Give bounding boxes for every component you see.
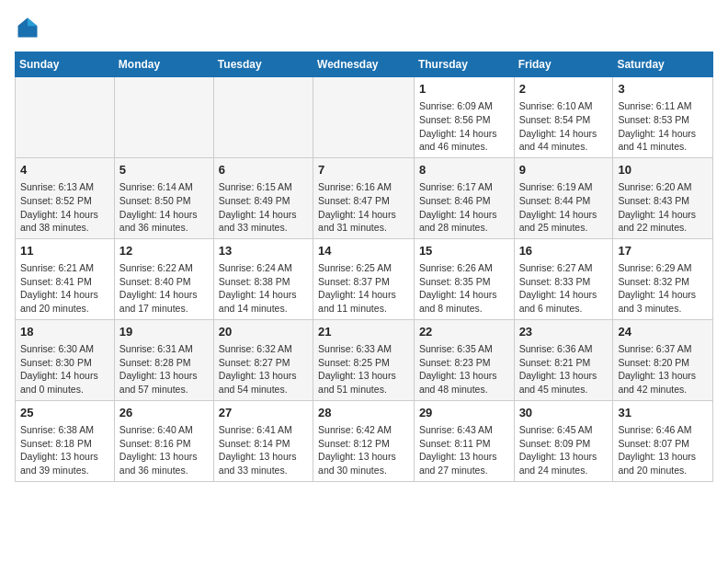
day-cell: 24Sunrise: 6:37 AM Sunset: 8:20 PM Dayli… <box>613 319 713 400</box>
day-cell: 29Sunrise: 6:43 AM Sunset: 8:11 PM Dayli… <box>414 400 514 481</box>
day-info: Sunrise: 6:25 AM Sunset: 8:37 PM Dayligh… <box>318 261 409 316</box>
day-info: Sunrise: 6:30 AM Sunset: 8:30 PM Dayligh… <box>20 342 109 396</box>
day-number: 1 <box>419 81 509 98</box>
header-thursday: Thursday <box>414 52 514 77</box>
day-cell: 12Sunrise: 6:22 AM Sunset: 8:40 PM Dayli… <box>114 238 213 319</box>
day-cell: 9Sunrise: 6:19 AM Sunset: 8:44 PM Daylig… <box>514 157 613 238</box>
day-cell: 5Sunrise: 6:14 AM Sunset: 8:50 PM Daylig… <box>114 157 213 238</box>
day-cell: 17Sunrise: 6:29 AM Sunset: 8:32 PM Dayli… <box>613 238 713 319</box>
day-info: Sunrise: 6:15 AM Sunset: 8:49 PM Dayligh… <box>219 180 308 235</box>
svg-marker-1 <box>28 18 38 27</box>
day-cell: 28Sunrise: 6:42 AM Sunset: 8:12 PM Dayli… <box>313 400 415 481</box>
day-number: 28 <box>318 405 409 421</box>
day-info: Sunrise: 6:09 AM Sunset: 8:56 PM Dayligh… <box>419 99 509 154</box>
day-number: 8 <box>419 162 509 178</box>
day-number: 17 <box>618 243 708 259</box>
week-row-2: 4Sunrise: 6:13 AM Sunset: 8:52 PM Daylig… <box>16 157 713 238</box>
day-number: 5 <box>119 162 209 178</box>
day-number: 29 <box>419 405 509 421</box>
day-number: 15 <box>419 243 509 259</box>
day-info: Sunrise: 6:38 AM Sunset: 8:18 PM Dayligh… <box>20 423 109 477</box>
day-cell: 2Sunrise: 6:10 AM Sunset: 8:54 PM Daylig… <box>514 77 613 158</box>
header-sunday: Sunday <box>16 52 115 77</box>
day-info: Sunrise: 6:29 AM Sunset: 8:32 PM Dayligh… <box>618 261 708 316</box>
day-info: Sunrise: 6:17 AM Sunset: 8:46 PM Dayligh… <box>419 180 509 235</box>
day-info: Sunrise: 6:22 AM Sunset: 8:40 PM Dayligh… <box>119 261 209 316</box>
header-friday: Friday <box>514 52 613 77</box>
day-info: Sunrise: 6:45 AM Sunset: 8:09 PM Dayligh… <box>519 423 609 477</box>
day-cell: 21Sunrise: 6:33 AM Sunset: 8:25 PM Dayli… <box>313 319 415 400</box>
day-number: 9 <box>519 162 609 178</box>
day-cell <box>313 77 415 158</box>
day-cell: 16Sunrise: 6:27 AM Sunset: 8:33 PM Dayli… <box>514 238 613 319</box>
day-cell: 18Sunrise: 6:30 AM Sunset: 8:30 PM Dayli… <box>16 319 115 400</box>
day-cell: 1Sunrise: 6:09 AM Sunset: 8:56 PM Daylig… <box>414 77 514 158</box>
day-number: 2 <box>519 81 609 98</box>
day-info: Sunrise: 6:10 AM Sunset: 8:54 PM Dayligh… <box>519 99 609 154</box>
day-info: Sunrise: 6:43 AM Sunset: 8:11 PM Dayligh… <box>419 423 509 477</box>
week-row-1: 1Sunrise: 6:09 AM Sunset: 8:56 PM Daylig… <box>16 77 713 158</box>
day-number: 3 <box>618 81 708 98</box>
day-cell: 22Sunrise: 6:35 AM Sunset: 8:23 PM Dayli… <box>414 319 514 400</box>
day-number: 30 <box>519 405 609 421</box>
day-info: Sunrise: 6:20 AM Sunset: 8:43 PM Dayligh… <box>618 180 708 235</box>
day-info: Sunrise: 6:19 AM Sunset: 8:44 PM Dayligh… <box>519 180 609 235</box>
day-info: Sunrise: 6:13 AM Sunset: 8:52 PM Dayligh… <box>20 180 109 235</box>
day-info: Sunrise: 6:14 AM Sunset: 8:50 PM Dayligh… <box>119 180 209 235</box>
day-info: Sunrise: 6:27 AM Sunset: 8:33 PM Dayligh… <box>519 261 609 316</box>
day-cell: 3Sunrise: 6:11 AM Sunset: 8:53 PM Daylig… <box>613 77 713 158</box>
day-number: 16 <box>519 243 609 259</box>
day-number: 26 <box>119 405 209 421</box>
day-cell <box>213 77 313 158</box>
day-number: 13 <box>219 243 308 259</box>
day-info: Sunrise: 6:46 AM Sunset: 8:07 PM Dayligh… <box>618 423 708 477</box>
day-cell: 10Sunrise: 6:20 AM Sunset: 8:43 PM Dayli… <box>613 157 713 238</box>
day-number: 22 <box>419 324 509 340</box>
header-saturday: Saturday <box>613 52 713 77</box>
day-cell: 31Sunrise: 6:46 AM Sunset: 8:07 PM Dayli… <box>613 400 713 481</box>
day-number: 7 <box>318 162 409 178</box>
day-cell: 7Sunrise: 6:16 AM Sunset: 8:47 PM Daylig… <box>313 157 415 238</box>
day-cell: 23Sunrise: 6:36 AM Sunset: 8:21 PM Dayli… <box>514 319 613 400</box>
day-cell: 14Sunrise: 6:25 AM Sunset: 8:37 PM Dayli… <box>313 238 415 319</box>
day-info: Sunrise: 6:35 AM Sunset: 8:23 PM Dayligh… <box>419 342 509 396</box>
week-row-4: 18Sunrise: 6:30 AM Sunset: 8:30 PM Dayli… <box>16 319 713 400</box>
day-info: Sunrise: 6:11 AM Sunset: 8:53 PM Dayligh… <box>618 99 708 154</box>
day-info: Sunrise: 6:36 AM Sunset: 8:21 PM Dayligh… <box>519 342 609 396</box>
header-tuesday: Tuesday <box>213 52 313 77</box>
calendar-header-row: SundayMondayTuesdayWednesdayThursdayFrid… <box>16 52 713 77</box>
day-info: Sunrise: 6:16 AM Sunset: 8:47 PM Dayligh… <box>318 180 409 235</box>
day-number: 21 <box>318 324 409 340</box>
day-number: 4 <box>20 162 109 178</box>
day-cell: 20Sunrise: 6:32 AM Sunset: 8:27 PM Dayli… <box>213 319 313 400</box>
day-cell: 19Sunrise: 6:31 AM Sunset: 8:28 PM Dayli… <box>114 319 213 400</box>
day-cell: 13Sunrise: 6:24 AM Sunset: 8:38 PM Dayli… <box>213 238 313 319</box>
day-info: Sunrise: 6:24 AM Sunset: 8:38 PM Dayligh… <box>219 261 308 316</box>
day-info: Sunrise: 6:40 AM Sunset: 8:16 PM Dayligh… <box>119 423 209 477</box>
day-number: 20 <box>219 324 308 340</box>
day-cell: 11Sunrise: 6:21 AM Sunset: 8:41 PM Dayli… <box>16 238 115 319</box>
svg-marker-2 <box>18 18 28 27</box>
week-row-3: 11Sunrise: 6:21 AM Sunset: 8:41 PM Dayli… <box>16 238 713 319</box>
day-number: 24 <box>618 324 708 340</box>
day-info: Sunrise: 6:31 AM Sunset: 8:28 PM Dayligh… <box>119 342 209 396</box>
day-number: 11 <box>20 243 109 259</box>
day-cell: 27Sunrise: 6:41 AM Sunset: 8:14 PM Dayli… <box>213 400 313 481</box>
day-info: Sunrise: 6:21 AM Sunset: 8:41 PM Dayligh… <box>20 261 109 316</box>
day-cell: 6Sunrise: 6:15 AM Sunset: 8:49 PM Daylig… <box>213 157 313 238</box>
day-number: 19 <box>119 324 209 340</box>
day-number: 31 <box>618 405 708 421</box>
day-number: 14 <box>318 243 409 259</box>
logo-icon <box>15 15 40 40</box>
day-info: Sunrise: 6:32 AM Sunset: 8:27 PM Dayligh… <box>219 342 308 396</box>
calendar-table: SundayMondayTuesdayWednesdayThursdayFrid… <box>15 52 713 482</box>
day-number: 6 <box>219 162 308 178</box>
day-info: Sunrise: 6:42 AM Sunset: 8:12 PM Dayligh… <box>318 423 409 477</box>
page-header <box>15 15 713 40</box>
day-info: Sunrise: 6:41 AM Sunset: 8:14 PM Dayligh… <box>219 423 308 477</box>
header-monday: Monday <box>114 52 213 77</box>
day-number: 18 <box>20 324 109 340</box>
day-number: 27 <box>219 405 308 421</box>
day-cell <box>114 77 213 158</box>
day-cell: 30Sunrise: 6:45 AM Sunset: 8:09 PM Dayli… <box>514 400 613 481</box>
